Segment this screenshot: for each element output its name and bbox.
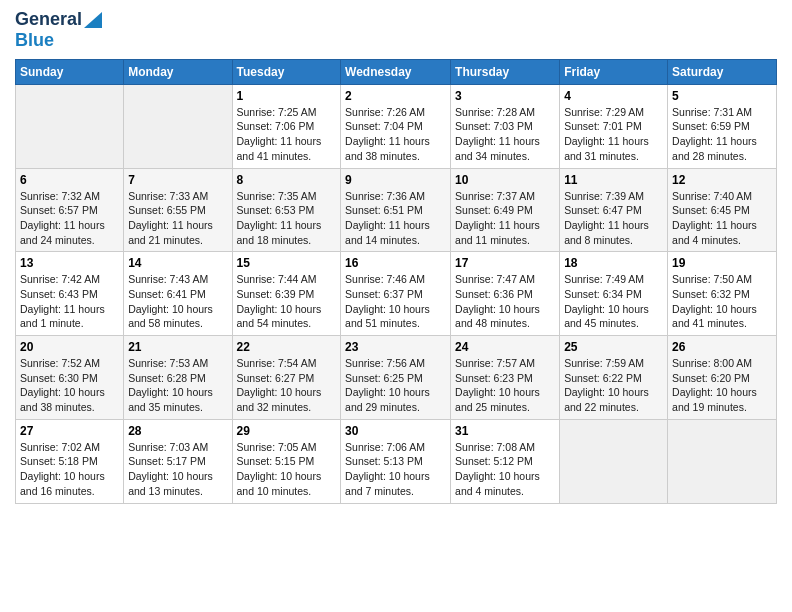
calendar-week-row: 6Sunrise: 7:32 AM Sunset: 6:57 PM Daylig…	[16, 168, 777, 252]
calendar-week-row: 1Sunrise: 7:25 AM Sunset: 7:06 PM Daylig…	[16, 84, 777, 168]
day-of-week-header: Sunday	[16, 59, 124, 84]
calendar-cell: 10Sunrise: 7:37 AM Sunset: 6:49 PM Dayli…	[451, 168, 560, 252]
day-info: Sunrise: 7:32 AM Sunset: 6:57 PM Dayligh…	[20, 189, 119, 248]
day-number: 13	[20, 256, 119, 270]
calendar-cell: 25Sunrise: 7:59 AM Sunset: 6:22 PM Dayli…	[560, 336, 668, 420]
calendar-cell	[16, 84, 124, 168]
day-number: 18	[564, 256, 663, 270]
calendar-cell: 21Sunrise: 7:53 AM Sunset: 6:28 PM Dayli…	[124, 336, 232, 420]
day-info: Sunrise: 7:25 AM Sunset: 7:06 PM Dayligh…	[237, 105, 337, 164]
calendar-cell: 11Sunrise: 7:39 AM Sunset: 6:47 PM Dayli…	[560, 168, 668, 252]
calendar-cell	[668, 419, 777, 503]
logo-icon	[84, 8, 102, 28]
calendar-cell: 17Sunrise: 7:47 AM Sunset: 6:36 PM Dayli…	[451, 252, 560, 336]
day-info: Sunrise: 7:53 AM Sunset: 6:28 PM Dayligh…	[128, 356, 227, 415]
calendar-cell: 29Sunrise: 7:05 AM Sunset: 5:15 PM Dayli…	[232, 419, 341, 503]
day-number: 23	[345, 340, 446, 354]
logo-text-general: General	[15, 10, 82, 30]
day-info: Sunrise: 7:57 AM Sunset: 6:23 PM Dayligh…	[455, 356, 555, 415]
day-info: Sunrise: 7:33 AM Sunset: 6:55 PM Dayligh…	[128, 189, 227, 248]
calendar-cell: 2Sunrise: 7:26 AM Sunset: 7:04 PM Daylig…	[341, 84, 451, 168]
calendar-cell: 5Sunrise: 7:31 AM Sunset: 6:59 PM Daylig…	[668, 84, 777, 168]
day-info: Sunrise: 7:08 AM Sunset: 5:12 PM Dayligh…	[455, 440, 555, 499]
day-info: Sunrise: 7:29 AM Sunset: 7:01 PM Dayligh…	[564, 105, 663, 164]
day-number: 5	[672, 89, 772, 103]
logo: General Blue	[15, 10, 102, 51]
calendar-cell: 22Sunrise: 7:54 AM Sunset: 6:27 PM Dayli…	[232, 336, 341, 420]
day-info: Sunrise: 7:06 AM Sunset: 5:13 PM Dayligh…	[345, 440, 446, 499]
day-info: Sunrise: 7:40 AM Sunset: 6:45 PM Dayligh…	[672, 189, 772, 248]
day-info: Sunrise: 7:42 AM Sunset: 6:43 PM Dayligh…	[20, 272, 119, 331]
calendar-cell: 14Sunrise: 7:43 AM Sunset: 6:41 PM Dayli…	[124, 252, 232, 336]
day-info: Sunrise: 7:35 AM Sunset: 6:53 PM Dayligh…	[237, 189, 337, 248]
calendar-cell: 27Sunrise: 7:02 AM Sunset: 5:18 PM Dayli…	[16, 419, 124, 503]
day-of-week-header: Friday	[560, 59, 668, 84]
day-of-week-header: Thursday	[451, 59, 560, 84]
day-info: Sunrise: 7:03 AM Sunset: 5:17 PM Dayligh…	[128, 440, 227, 499]
day-number: 19	[672, 256, 772, 270]
day-info: Sunrise: 7:46 AM Sunset: 6:37 PM Dayligh…	[345, 272, 446, 331]
day-info: Sunrise: 7:43 AM Sunset: 6:41 PM Dayligh…	[128, 272, 227, 331]
calendar-cell: 26Sunrise: 8:00 AM Sunset: 6:20 PM Dayli…	[668, 336, 777, 420]
day-info: Sunrise: 7:56 AM Sunset: 6:25 PM Dayligh…	[345, 356, 446, 415]
day-of-week-header: Wednesday	[341, 59, 451, 84]
calendar-cell: 12Sunrise: 7:40 AM Sunset: 6:45 PM Dayli…	[668, 168, 777, 252]
logo-text-blue: Blue	[15, 30, 54, 51]
day-number: 20	[20, 340, 119, 354]
calendar-week-row: 27Sunrise: 7:02 AM Sunset: 5:18 PM Dayli…	[16, 419, 777, 503]
calendar-cell: 1Sunrise: 7:25 AM Sunset: 7:06 PM Daylig…	[232, 84, 341, 168]
day-number: 7	[128, 173, 227, 187]
day-info: Sunrise: 7:50 AM Sunset: 6:32 PM Dayligh…	[672, 272, 772, 331]
day-info: Sunrise: 8:00 AM Sunset: 6:20 PM Dayligh…	[672, 356, 772, 415]
day-number: 25	[564, 340, 663, 354]
calendar-cell: 3Sunrise: 7:28 AM Sunset: 7:03 PM Daylig…	[451, 84, 560, 168]
calendar-table: SundayMondayTuesdayWednesdayThursdayFrid…	[15, 59, 777, 504]
calendar-cell: 16Sunrise: 7:46 AM Sunset: 6:37 PM Dayli…	[341, 252, 451, 336]
day-info: Sunrise: 7:49 AM Sunset: 6:34 PM Dayligh…	[564, 272, 663, 331]
day-number: 22	[237, 340, 337, 354]
day-of-week-header: Saturday	[668, 59, 777, 84]
calendar-cell	[560, 419, 668, 503]
day-number: 24	[455, 340, 555, 354]
day-info: Sunrise: 7:31 AM Sunset: 6:59 PM Dayligh…	[672, 105, 772, 164]
calendar-header-row: SundayMondayTuesdayWednesdayThursdayFrid…	[16, 59, 777, 84]
day-info: Sunrise: 7:36 AM Sunset: 6:51 PM Dayligh…	[345, 189, 446, 248]
day-number: 28	[128, 424, 227, 438]
day-info: Sunrise: 7:54 AM Sunset: 6:27 PM Dayligh…	[237, 356, 337, 415]
svg-marker-0	[84, 12, 102, 28]
day-number: 21	[128, 340, 227, 354]
day-number: 30	[345, 424, 446, 438]
day-number: 12	[672, 173, 772, 187]
day-number: 31	[455, 424, 555, 438]
calendar-cell: 18Sunrise: 7:49 AM Sunset: 6:34 PM Dayli…	[560, 252, 668, 336]
calendar-cell: 31Sunrise: 7:08 AM Sunset: 5:12 PM Dayli…	[451, 419, 560, 503]
calendar-week-row: 20Sunrise: 7:52 AM Sunset: 6:30 PM Dayli…	[16, 336, 777, 420]
day-number: 26	[672, 340, 772, 354]
day-info: Sunrise: 7:47 AM Sunset: 6:36 PM Dayligh…	[455, 272, 555, 331]
day-number: 15	[237, 256, 337, 270]
calendar-week-row: 13Sunrise: 7:42 AM Sunset: 6:43 PM Dayli…	[16, 252, 777, 336]
calendar-cell: 20Sunrise: 7:52 AM Sunset: 6:30 PM Dayli…	[16, 336, 124, 420]
day-number: 6	[20, 173, 119, 187]
calendar-cell: 9Sunrise: 7:36 AM Sunset: 6:51 PM Daylig…	[341, 168, 451, 252]
day-info: Sunrise: 7:59 AM Sunset: 6:22 PM Dayligh…	[564, 356, 663, 415]
calendar-cell: 24Sunrise: 7:57 AM Sunset: 6:23 PM Dayli…	[451, 336, 560, 420]
day-info: Sunrise: 7:05 AM Sunset: 5:15 PM Dayligh…	[237, 440, 337, 499]
day-number: 29	[237, 424, 337, 438]
calendar-cell: 23Sunrise: 7:56 AM Sunset: 6:25 PM Dayli…	[341, 336, 451, 420]
calendar-cell: 13Sunrise: 7:42 AM Sunset: 6:43 PM Dayli…	[16, 252, 124, 336]
day-number: 27	[20, 424, 119, 438]
day-info: Sunrise: 7:44 AM Sunset: 6:39 PM Dayligh…	[237, 272, 337, 331]
calendar-cell: 8Sunrise: 7:35 AM Sunset: 6:53 PM Daylig…	[232, 168, 341, 252]
calendar-cell: 30Sunrise: 7:06 AM Sunset: 5:13 PM Dayli…	[341, 419, 451, 503]
day-info: Sunrise: 7:52 AM Sunset: 6:30 PM Dayligh…	[20, 356, 119, 415]
day-number: 10	[455, 173, 555, 187]
day-number: 3	[455, 89, 555, 103]
calendar-cell: 28Sunrise: 7:03 AM Sunset: 5:17 PM Dayli…	[124, 419, 232, 503]
day-number: 11	[564, 173, 663, 187]
calendar-cell: 19Sunrise: 7:50 AM Sunset: 6:32 PM Dayli…	[668, 252, 777, 336]
day-number: 9	[345, 173, 446, 187]
calendar-cell: 4Sunrise: 7:29 AM Sunset: 7:01 PM Daylig…	[560, 84, 668, 168]
day-info: Sunrise: 7:02 AM Sunset: 5:18 PM Dayligh…	[20, 440, 119, 499]
day-of-week-header: Tuesday	[232, 59, 341, 84]
